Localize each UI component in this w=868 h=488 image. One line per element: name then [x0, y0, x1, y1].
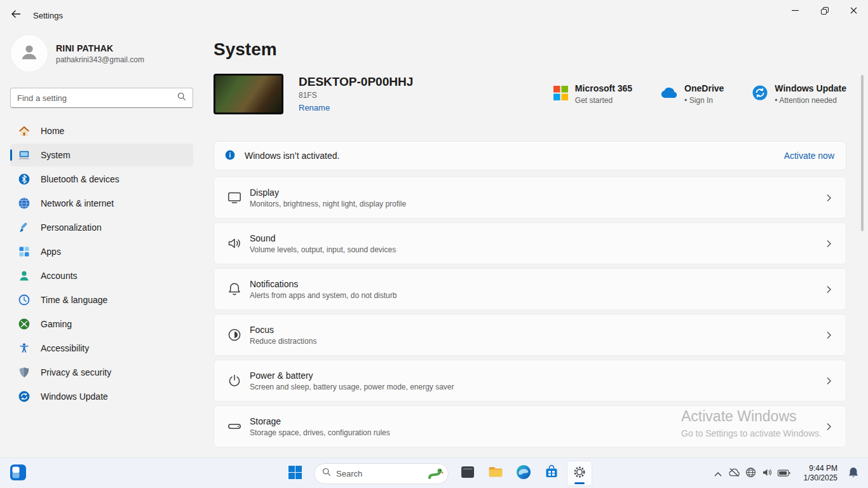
quick-link-subtitle: Get started — [575, 96, 632, 105]
settings-row-title: Sound — [250, 233, 396, 243]
notifications-button[interactable] — [843, 461, 864, 486]
sidebar-item-personalization[interactable]: Personalization — [10, 216, 193, 239]
network-tray-button[interactable] — [742, 461, 759, 486]
settings-row-title: Focus — [250, 325, 316, 335]
quick-link-microsoft-365[interactable]: Microsoft 365 Get started — [553, 83, 632, 105]
gaming-xbox-icon — [18, 318, 31, 330]
settings-search-box[interactable] — [10, 88, 193, 108]
widgets-button[interactable] — [9, 464, 27, 482]
settings-row-focus[interactable]: Focus Reduce distractions — [214, 314, 846, 356]
personalization-brush-icon — [18, 221, 31, 234]
chevron-up-icon — [714, 468, 722, 479]
settings-row-storage[interactable]: Storage Storage space, drives, configura… — [214, 405, 846, 447]
sidebar-item-home[interactable]: Home — [10, 119, 193, 142]
quick-link-windows-update[interactable]: Windows Update • Attention needed — [752, 83, 846, 105]
onedrive-cloud-icon — [660, 87, 678, 102]
sidebar-item-gaming[interactable]: Gaming — [10, 313, 193, 336]
sidebar-item-bluetooth-devices[interactable]: Bluetooth & devices — [10, 168, 193, 191]
titlebar: Settings — [0, 0, 868, 30]
focus-icon — [227, 327, 242, 342]
network-globe-icon — [18, 197, 31, 210]
quick-link-title: Microsoft 365 — [575, 83, 632, 93]
sidebar-item-privacy-security[interactable]: Privacy & security — [10, 361, 193, 384]
settings-row-title: Display — [250, 187, 406, 198]
chevron-right-icon — [825, 240, 833, 248]
file-explorer-button[interactable] — [483, 461, 508, 486]
settings-row-sound[interactable]: Sound Volume levels, output, input, soun… — [214, 222, 846, 264]
device-model: 81FS — [299, 91, 413, 100]
microsoft-store-button[interactable] — [539, 461, 564, 486]
sidebar-item-windows-update[interactable]: Windows Update — [10, 385, 193, 408]
power-icon — [227, 373, 242, 388]
settings-window: Settings RINI PATHAK pathakrini343@gmail… — [0, 0, 868, 488]
avatar — [10, 34, 48, 72]
edge-button[interactable] — [511, 461, 536, 486]
back-arrow-icon — [11, 10, 21, 21]
sidebar-item-apps[interactable]: Apps — [10, 240, 193, 263]
speaker-icon — [762, 468, 773, 480]
windows-update-status-icon — [752, 85, 768, 104]
search-icon — [177, 92, 186, 104]
onedrive-tray-button[interactable] — [726, 461, 742, 486]
restore-button[interactable] — [810, 0, 839, 22]
volume-tray-button[interactable] — [759, 461, 775, 486]
taskbar-clock[interactable]: 9:44 PM 1/30/2025 — [798, 464, 837, 483]
search-input[interactable] — [17, 93, 177, 103]
device-thumbnail — [214, 74, 283, 114]
settings-taskbar-button[interactable] — [567, 461, 592, 486]
quick-link-title: Windows Update — [775, 83, 846, 93]
settings-row-power-battery[interactable]: Power & battery Screen and sleep, batter… — [214, 360, 846, 402]
taskbar-search[interactable]: Search — [314, 463, 449, 484]
sidebar-item-label: Network & internet — [41, 198, 114, 208]
settings-row-subtitle: Alerts from apps and system, do not dist… — [250, 291, 397, 300]
user-profile[interactable]: RINI PATHAK pathakrini343@gmail.com — [10, 34, 193, 72]
tray-chevron-button[interactable] — [710, 461, 726, 486]
bluetooth-icon — [18, 173, 31, 186]
chevron-right-icon — [825, 331, 833, 339]
sidebar-item-label: Time & language — [41, 295, 107, 305]
quick-link-subtitle: • Sign In — [684, 96, 724, 105]
back-button[interactable] — [5, 6, 27, 25]
settings-row-display[interactable]: Display Monitors, brightness, night ligh… — [214, 177, 846, 219]
clock-date: 1/30/2025 — [798, 473, 837, 483]
pinned-app-button[interactable] — [455, 461, 480, 486]
sidebar-item-network-internet[interactable]: Network & internet — [10, 192, 193, 215]
sidebar-item-label: Bluetooth & devices — [41, 174, 119, 184]
app-title: Settings — [33, 11, 63, 20]
notifications-bell-icon — [227, 281, 242, 297]
sidebar-item-label: Gaming — [41, 319, 72, 329]
person-icon — [18, 41, 40, 65]
settings-row-subtitle: Monitors, brightness, night light, displ… — [250, 200, 406, 208]
sidebar-item-label: System — [41, 150, 71, 160]
chevron-right-icon — [825, 377, 833, 385]
minimize-icon — [792, 5, 799, 17]
chevron-right-icon — [825, 285, 833, 294]
scrollbar[interactable] — [861, 75, 864, 231]
battery-tray-button[interactable] — [775, 461, 792, 486]
taskbar-center: Search — [282, 461, 592, 486]
start-button[interactable] — [282, 461, 308, 486]
user-name: RINI PATHAK — [56, 43, 144, 53]
settings-row-title: Storage — [250, 416, 390, 426]
folder-icon — [487, 464, 504, 483]
sidebar-nav: Home System Bluetooth & devices Network … — [10, 119, 193, 408]
info-icon — [224, 149, 236, 163]
activation-message: Windows isn’t activated. — [245, 151, 339, 161]
sidebar-item-time-language[interactable]: Time & language — [10, 288, 193, 311]
pinned-app-icon — [460, 464, 475, 482]
sidebar-item-label: Windows Update — [41, 391, 108, 402]
clock-time: 9:44 PM — [798, 464, 837, 473]
minimize-button[interactable] — [780, 0, 810, 22]
sidebar-item-label: Apps — [41, 247, 61, 257]
cloud-off-icon — [728, 468, 740, 480]
quick-link-onedrive[interactable]: OneDrive • Sign In — [660, 83, 724, 105]
sidebar-item-accessibility[interactable]: Accessibility — [10, 337, 193, 360]
settings-row-notifications[interactable]: Notifications Alerts from apps and syste… — [214, 268, 846, 310]
chevron-right-icon — [825, 194, 833, 202]
close-icon — [850, 5, 857, 17]
sidebar-item-accounts[interactable]: Accounts — [10, 264, 193, 287]
sidebar-item-system[interactable]: System — [10, 144, 193, 166]
activate-now-link[interactable]: Activate now — [784, 151, 834, 161]
rename-link[interactable]: Rename — [299, 103, 330, 112]
close-button[interactable] — [839, 0, 868, 22]
